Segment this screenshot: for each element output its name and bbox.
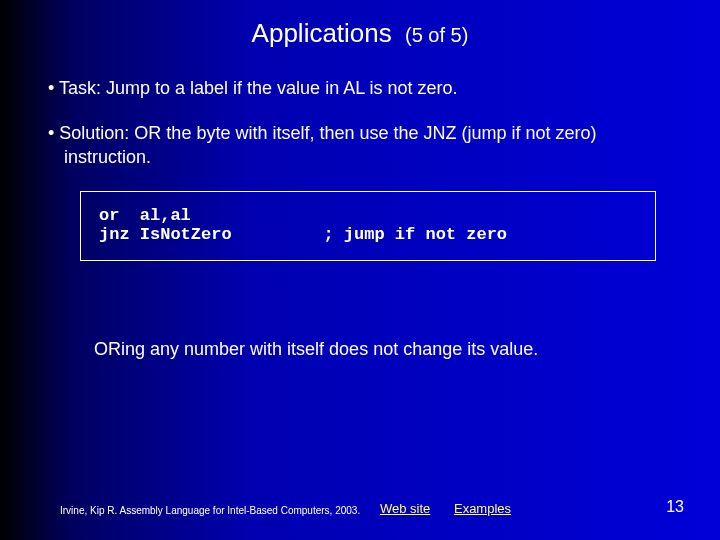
slide-content: Task: Jump to a label if the value in AL…	[0, 49, 720, 360]
bullet-task: Task: Jump to a label if the value in AL…	[34, 77, 686, 100]
link-examples[interactable]: Examples	[454, 501, 511, 516]
code-block: or al,al jnz IsNotZero ; jump if not zer…	[80, 191, 656, 261]
link-website[interactable]: Web site	[380, 501, 430, 516]
slide-title: Applications (5 of 5)	[0, 0, 720, 49]
footer-citation: Irvine, Kip R. Assembly Language for Int…	[60, 505, 360, 516]
title-main: Applications	[252, 18, 392, 48]
page-number: 13	[666, 498, 684, 516]
title-sub: (5 of 5)	[405, 24, 468, 46]
note-text: ORing any number with itself does not ch…	[94, 339, 686, 360]
bullet-solution: Solution: OR the byte with itself, then …	[34, 122, 686, 169]
footer-links: Web site Examples	[380, 501, 531, 516]
